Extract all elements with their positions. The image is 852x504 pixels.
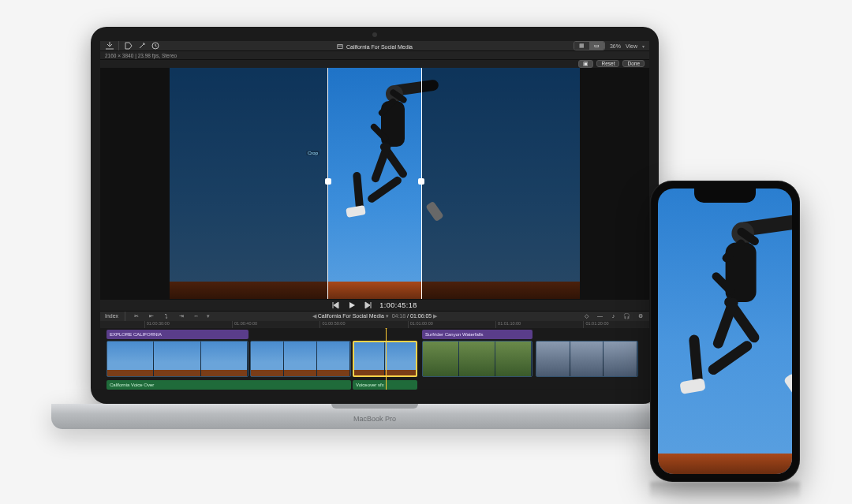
audio-clip-voiceover[interactable]: California Voice Over <box>106 380 351 390</box>
crop-mask-right <box>422 68 580 299</box>
phone-screen <box>658 189 792 474</box>
timeline-ruler[interactable]: 01:00:30:00 01:00:40:00 01:00:50:00 01:0… <box>100 321 649 328</box>
prev-icon[interactable] <box>332 301 340 309</box>
crop-frame[interactable]: Crop <box>327 68 422 299</box>
playback-bar: 1:00:45:18 <box>100 299 649 311</box>
project-title-bar: California For Social Media <box>337 43 413 50</box>
insert-tool-icon[interactable]: ⇥ <box>177 312 185 320</box>
timeline-tracks[interactable]: EXPLORE CALIFORNIA Surfrider Canyon Wate… <box>100 328 649 390</box>
clip-format-info: 2160 × 3840 | 23.98 fps, Stereo <box>105 53 177 58</box>
video-clip-group[interactable]: Surfrider Canyon surf clip 360 <box>422 341 532 377</box>
viewer-controls-bar: ▣ Reset Done <box>100 60 649 68</box>
reset-button[interactable]: Reset <box>596 60 619 67</box>
enhance-icon[interactable] <box>137 42 146 50</box>
audio-skim-icon[interactable]: ♪ <box>609 312 618 320</box>
phone-reflection <box>650 482 800 499</box>
keyword-icon[interactable] <box>124 42 133 50</box>
timeline-playhead[interactable] <box>386 328 387 390</box>
timeline-index-button[interactable]: Index <box>105 313 118 319</box>
arrow-tool-icon[interactable]: ↔ <box>192 312 200 320</box>
view-mode-segment[interactable]: ▦ ▭ <box>574 41 605 50</box>
svg-rect-1 <box>338 45 342 49</box>
title-clip[interactable]: Surfrider Canyon Waterfalls <box>422 330 532 339</box>
play-icon[interactable] <box>348 301 356 309</box>
video-clip-group[interactable]: Jetty <box>106 341 248 377</box>
crop-mask-left <box>170 68 327 299</box>
view-menu[interactable]: View <box>626 43 637 49</box>
clip-info-bar: 2160 × 3840 | 23.98 fps, Stereo <box>100 51 649 59</box>
timeline-header: Index ✂ ⇤ ⤵ ⇥ ↔ ▾ ◀ California For Socia… <box>100 311 649 321</box>
done-button[interactable]: Done <box>622 60 645 67</box>
video-clip-group[interactable]: Beach <box>250 341 351 377</box>
timeline-project-title[interactable]: ◀ California For Social Media ▾ 04:18 / … <box>312 313 437 319</box>
laptop-base: MacBook Pro <box>51 404 698 429</box>
crop-mode-button[interactable]: ▣ <box>578 60 593 68</box>
crop-handle-left[interactable] <box>325 178 331 185</box>
zoom-level[interactable]: 36% <box>610 43 621 49</box>
timeline-settings-icon[interactable]: ⚙ <box>636 312 645 320</box>
video-clip-group[interactable]: Caves <box>536 341 638 377</box>
append-tool-icon[interactable]: ⇤ <box>147 312 155 320</box>
title-clip[interactable]: EXPLORE CALIFORNIA <box>106 330 248 339</box>
crop-handle-right[interactable] <box>418 178 424 185</box>
list-view[interactable]: ▭ <box>589 42 604 50</box>
phone-notch <box>694 189 756 203</box>
audio-clip-voiceover[interactable]: Voiceover sfx <box>353 380 417 390</box>
clock-icon[interactable] <box>151 42 159 50</box>
crop-mode-label: Crop <box>306 151 320 155</box>
laptop-bezel: California For Social Media ▦ ▭ 36% View… <box>91 27 659 404</box>
viewer-canvas[interactable]: Crop <box>170 68 580 299</box>
solo-icon[interactable]: 🎧 <box>622 312 631 320</box>
connect-tool-icon[interactable]: ⤵ <box>162 312 170 320</box>
next-icon[interactable] <box>364 301 372 309</box>
viewer-canvas-area: Crop <box>100 68 649 299</box>
skim-icon[interactable]: — <box>596 312 604 320</box>
app-toolbar: California For Social Media ▦ ▭ 36% View… <box>100 41 649 51</box>
phone-runner-figure <box>672 220 792 474</box>
camera-dot <box>372 32 377 37</box>
import-icon[interactable] <box>105 42 114 50</box>
fcp-window: California For Social Media ▦ ▭ 36% View… <box>100 41 649 390</box>
macbook-pro: California For Social Media ▦ ▭ 36% View… <box>91 27 659 429</box>
iphone <box>650 181 800 482</box>
playback-timecode: 1:00:45:18 <box>379 301 417 309</box>
project-icon <box>337 43 343 50</box>
snapping-icon[interactable]: ◇ <box>582 312 591 320</box>
filmstrip-view[interactable]: ▦ <box>574 42 589 50</box>
project-title: California For Social Media <box>346 44 413 50</box>
trim-tool-icon[interactable]: ✂ <box>132 312 140 320</box>
video-clip-selected[interactable]: surf at sunset <box>353 341 417 377</box>
view-menu-chevron-icon[interactable]: ▾ <box>642 43 645 49</box>
laptop-model-label: MacBook Pro <box>51 415 698 423</box>
